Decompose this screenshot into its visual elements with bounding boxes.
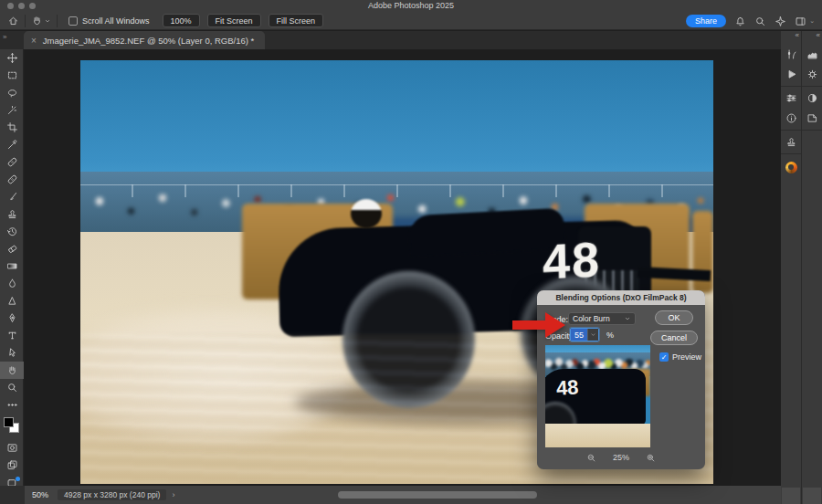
clone-stamp-tool[interactable] [0, 205, 24, 223]
hand-icon [6, 364, 18, 376]
zoom-in-icon[interactable] [646, 453, 656, 463]
eraser-tool[interactable] [0, 240, 24, 257]
fill-screen-button[interactable]: Fill Screen [269, 14, 324, 27]
dock-footer [803, 488, 821, 504]
pen-tool[interactable] [0, 310, 24, 327]
collapse-panels-icon[interactable]: « [781, 31, 801, 42]
quick-mask-icon [6, 442, 18, 454]
cursor-arrow-icon [6, 347, 18, 359]
quick-mask-button[interactable] [0, 439, 24, 457]
opacity-value[interactable]: 55 [571, 329, 587, 341]
crop-tool[interactable] [0, 119, 24, 136]
panel-libraries[interactable] [802, 108, 822, 128]
marquee-icon [6, 69, 18, 81]
eyedropper-tool[interactable] [0, 136, 24, 153]
photoshop-window: Adobe Photoshop 2025 Scroll All Windows … [0, 0, 822, 504]
histogram-icon [806, 48, 818, 60]
preview-checkbox-row[interactable]: ✓ Preview [659, 352, 701, 362]
path-selection-tool[interactable] [0, 344, 24, 362]
horizontal-scrollbar[interactable] [338, 491, 537, 499]
share-button[interactable]: Share [686, 15, 726, 27]
toolbar-collapse-icon[interactable]: » [3, 33, 5, 41]
panel-clone-source[interactable] [781, 131, 801, 152]
eyedropper-icon [6, 139, 18, 151]
chevron-down-icon[interactable] [43, 17, 51, 25]
dock-footer [782, 488, 800, 504]
ellipsis-icon [6, 399, 18, 411]
water-drop-icon [6, 278, 18, 289]
fit-screen-button[interactable]: Fit Screen [207, 14, 261, 27]
zoom-out-icon[interactable] [586, 453, 596, 463]
zoom-100-button[interactable]: 100% [163, 14, 200, 27]
panel-navigator[interactable] [802, 64, 822, 84]
info-icon [785, 112, 797, 124]
notifications-bell-icon[interactable] [734, 16, 746, 27]
lasso-tool[interactable] [0, 84, 24, 101]
lasso-icon [6, 87, 18, 99]
panel-properties[interactable] [781, 88, 801, 108]
search-icon[interactable] [754, 16, 766, 27]
play-icon [785, 68, 797, 80]
ok-button[interactable]: OK [655, 310, 693, 325]
adjustments-icon [785, 48, 797, 60]
scroll-all-windows-checkbox[interactable] [68, 16, 78, 26]
screen-mode-button[interactable] [0, 457, 24, 474]
brush-tool[interactable] [0, 188, 24, 205]
document-tab[interactable]: × Jmagerie_JMA_9852.NEF @ 50% (Layer 0, … [24, 31, 265, 49]
tools-panel [0, 49, 24, 504]
status-bar: 50% 4928 px x 3280 px (240 ppi) › [25, 486, 781, 504]
canvas-area[interactable]: 48 Blending Options (DxO FilmPack 8) Mod… [25, 49, 781, 486]
document-info: 4928 px x 3280 px (240 ppi) [58, 489, 166, 500]
move-tool[interactable] [0, 49, 24, 67]
mode-select[interactable]: Color Burn [568, 312, 636, 325]
zoom-level[interactable]: 50% [32, 490, 48, 499]
history-icon [6, 226, 18, 237]
status-expand-icon[interactable]: › [172, 490, 174, 499]
panel-actions[interactable] [781, 64, 801, 84]
photo-driver-helmet [351, 199, 382, 228]
blur-tool[interactable] [0, 275, 24, 292]
spot-healing-tool[interactable] [0, 153, 24, 171]
history-brush-tool[interactable] [0, 223, 24, 240]
panel-color[interactable] [802, 88, 822, 108]
panel-dxo-filmpack[interactable] [781, 157, 801, 177]
workspace-icon[interactable] [795, 16, 806, 27]
edit-toolbar-button[interactable] [0, 396, 24, 414]
type-icon [6, 330, 18, 341]
home-icon[interactable] [7, 15, 19, 26]
preview-label: Preview [672, 352, 701, 362]
opacity-stepper[interactable] [587, 329, 598, 341]
hand-tool-preset-icon[interactable] [31, 15, 43, 26]
magnifier-icon [6, 382, 18, 394]
status-corner [0, 486, 25, 504]
sharpen-tool[interactable] [0, 292, 24, 310]
close-tab-icon[interactable]: × [31, 36, 37, 46]
zoom-tool[interactable] [0, 379, 24, 396]
panel-histogram[interactable] [802, 44, 822, 64]
type-tool[interactable] [0, 327, 24, 344]
panel-adjustments[interactable] [781, 44, 801, 64]
foreground-color-swatch[interactable] [4, 417, 14, 427]
titlebar: Adobe Photoshop 2025 [0, 0, 822, 12]
marquee-tool[interactable] [0, 67, 24, 84]
preview-checkbox[interactable]: ✓ [659, 352, 669, 362]
move-icon [6, 52, 18, 64]
collapse-panels-icon[interactable]: « [802, 31, 822, 42]
discover-icon[interactable] [775, 16, 786, 27]
gradient-tool[interactable] [0, 257, 24, 275]
quick-selection-tool[interactable] [0, 101, 24, 119]
stamp-icon [6, 208, 18, 220]
divider [57, 15, 58, 27]
document-tab-title: Jmagerie_JMA_9852.NEF @ 50% (Layer 0, RG… [43, 36, 254, 46]
cancel-button[interactable]: Cancel [650, 331, 698, 345]
panel-info[interactable] [781, 108, 801, 128]
window-title: Adobe Photoshop 2025 [0, 1, 822, 10]
color-swatches[interactable] [0, 415, 24, 439]
hand-tool[interactable] [0, 362, 24, 379]
preview-thumbnail[interactable]: 48 [545, 345, 650, 447]
gradient-icon [6, 260, 18, 272]
workspace-chevron-icon[interactable]: ⌄ [809, 17, 815, 25]
preview-zoom-controls: 25% [537, 449, 705, 466]
healing-brush-tool[interactable] [0, 171, 24, 188]
opacity-field[interactable]: 55 [570, 328, 599, 341]
